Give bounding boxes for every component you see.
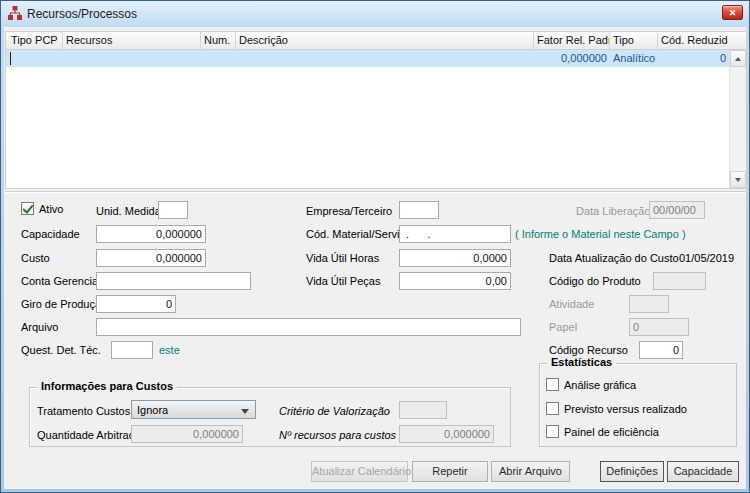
ativo-checkbox[interactable]: Ativo: [21, 202, 63, 215]
painel-eficiencia-checkbox-box: [546, 425, 559, 438]
column-header-cod-reduzido[interactable]: Cód. Reduzido: [658, 32, 728, 49]
atividade-label: Atividade: [549, 298, 594, 311]
resources-grid[interactable]: Tipo PCP Recursos Num. Descrição Fator R…: [5, 31, 747, 189]
unid-medida-input[interactable]: [158, 201, 188, 219]
abrir-arquivo-button[interactable]: Abrir Arquivo: [491, 461, 570, 482]
cell-fator-rel-padrao: 0,000000: [534, 50, 607, 67]
capacidade-input[interactable]: [96, 225, 206, 243]
codigo-produto-input: [653, 272, 706, 290]
giro-producao-input[interactable]: [96, 295, 176, 313]
data-atualizacao-custo-label: Data Atualização do Custo: [549, 252, 679, 265]
painel-eficiencia-label: Painel de eficiência: [564, 426, 659, 438]
atualizar-calendario-button: Atualizar Calendário: [311, 461, 408, 482]
quantidade-arbitrada-input: [131, 425, 243, 443]
tratamento-custos-value: Ignora: [137, 404, 168, 416]
custos-title: Informações para Custos: [37, 380, 177, 392]
grid-header: Tipo PCP Recursos Num. Descrição Fator R…: [6, 32, 746, 50]
codigo-produto-label: Código do Produto: [549, 275, 641, 288]
previsto-realizado-checkbox-box: [546, 402, 559, 415]
arquivo-label: Arquivo: [21, 321, 58, 334]
quest-det-tec-input[interactable]: [111, 341, 153, 359]
codigo-recurso-input[interactable]: [639, 341, 683, 359]
data-liberacao-input: [649, 201, 705, 219]
empresa-terceiro-label: Empresa/Terceiro: [306, 205, 392, 218]
scroll-up-button[interactable]: [730, 50, 746, 67]
custo-input[interactable]: [96, 249, 206, 267]
giro-producao-label: Giro de Produção: [21, 298, 107, 311]
tratamento-custos-combobox[interactable]: Ignora: [131, 400, 256, 419]
nrecursos-custos-label: Nº recursos para custos: [279, 429, 396, 442]
criterio-valorizacao-input: [399, 401, 447, 419]
analise-grafica-checkbox-box: [546, 378, 559, 391]
grid-selected-row[interactable]: 0,000000 Analítico 0: [6, 50, 730, 67]
quantidade-arbitrada-label: Quantidade Arbitrada: [37, 429, 141, 442]
data-liberacao-label: Data Liberação: [576, 205, 651, 218]
material-hint-text: ( Informe o Material neste Campo ): [515, 228, 686, 241]
column-header-num[interactable]: Num.: [201, 32, 236, 49]
grid-body[interactable]: 0,000000 Analítico 0: [6, 50, 746, 188]
cell-cod-reduzido: 0: [658, 50, 726, 67]
scroll-down-button[interactable]: [730, 171, 746, 188]
cell-tipo: Analítico: [613, 50, 658, 67]
definicoes-button[interactable]: Definições: [600, 461, 664, 482]
column-header-fator-rel-padrao[interactable]: Fator Rel. Padrão: [534, 32, 610, 49]
ativo-label: Ativo: [39, 203, 63, 215]
column-header-descricao[interactable]: Descrição: [236, 32, 534, 49]
analise-grafica-label: Análise gráfica: [564, 379, 636, 391]
analise-grafica-checkbox[interactable]: Análise gráfica: [546, 378, 636, 391]
previsto-realizado-label: Previsto versus realizado: [564, 403, 687, 415]
close-button[interactable]: ✕: [722, 5, 743, 20]
atividade-input: [629, 295, 669, 313]
grid-form-separator: [5, 191, 745, 193]
vida-util-pecas-label: Vida Útil Peças: [306, 275, 380, 288]
text-caret: [10, 52, 11, 65]
vida-util-horas-label: Vida Útil Horas: [306, 252, 379, 265]
chevron-down-icon: [241, 409, 249, 414]
repetir-button[interactable]: Repetir: [412, 461, 488, 482]
tratamento-custos-label: Tratamento Custos: [37, 405, 130, 418]
papel-input: [629, 318, 689, 336]
window-title: Recursos/Processos: [27, 7, 137, 21]
quest-det-tec-label: Quest. Det. Téc.: [21, 344, 101, 357]
painel-eficiencia-checkbox[interactable]: Painel de eficiência: [546, 425, 659, 438]
grid-scrollbar[interactable]: [729, 50, 746, 188]
nrecursos-custos-input: [399, 425, 494, 443]
column-header-tipo-pcp[interactable]: Tipo PCP: [8, 32, 63, 49]
unid-medida-label: Unid. Medida: [96, 205, 161, 218]
quest-este-link[interactable]: este: [159, 344, 180, 357]
scroll-up-icon: [735, 57, 741, 61]
papel-label: Papel: [549, 321, 577, 334]
column-header-tipo[interactable]: Tipo: [610, 32, 658, 49]
empresa-terceiro-input[interactable]: [399, 201, 439, 219]
cod-material-input[interactable]: [399, 225, 511, 243]
ativo-checkbox-box: [21, 202, 34, 215]
previsto-realizado-checkbox[interactable]: Previsto versus realizado: [546, 402, 687, 415]
close-icon: ✕: [729, 8, 737, 18]
vida-util-pecas-input[interactable]: [399, 272, 511, 290]
cod-material-label: Cód. Material/Serviço: [306, 228, 411, 241]
app-icon: [8, 6, 22, 20]
vida-util-horas-input[interactable]: [399, 249, 511, 267]
conta-gerencial-label: Conta Gerencial: [21, 275, 101, 288]
capacidade-button[interactable]: Capacidade: [667, 461, 739, 482]
capacidade-label: Capacidade: [21, 228, 80, 241]
conta-gerencial-input[interactable]: [96, 272, 251, 290]
recursos-processos-window: Recursos/Processos ✕ Tipo PCP Recursos N…: [0, 0, 750, 493]
data-atualizacao-custo-value: 01/05/2019: [679, 252, 734, 265]
column-header-recursos[interactable]: Recursos: [63, 32, 201, 49]
arquivo-input[interactable]: [96, 318, 521, 336]
titlebar[interactable]: Recursos/Processos ✕: [1, 1, 749, 27]
estatisticas-title: Estatísticas: [547, 356, 616, 368]
custo-label: Custo: [21, 252, 50, 265]
scroll-down-icon: [735, 178, 741, 182]
criterio-valorizacao-label: Critério de Valorização: [279, 405, 390, 418]
